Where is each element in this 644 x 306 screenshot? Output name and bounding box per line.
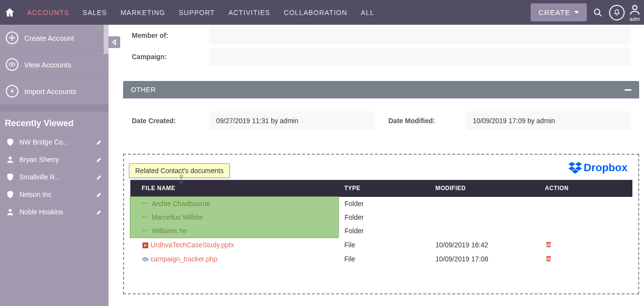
svg-point-6 [9, 209, 12, 212]
file-name[interactable]: Williams Ye [152, 227, 187, 235]
nav-collaboration[interactable]: COLLABORATION [277, 0, 354, 25]
svg-point-7 [180, 175, 183, 177]
field-campaign: Campaign: [132, 46, 630, 67]
pencil-icon[interactable] [96, 191, 103, 198]
nav-label: SALES [83, 9, 107, 16]
table-row[interactable]: Marcellus WilhiteFolder [130, 210, 632, 224]
delete-icon[interactable] [545, 256, 552, 263]
recent-item-label: Noble Hoskins [19, 208, 91, 216]
sidebar-scrollbar[interactable] [104, 25, 109, 54]
col-file-name[interactable]: FILE NAME [130, 180, 339, 197]
nav-all[interactable]: ALL [354, 0, 381, 25]
notifications-button[interactable] [609, 5, 625, 20]
file-name[interactable]: Archie Chadbourne [152, 200, 210, 208]
sidebar-action-label: Import Accounts [24, 87, 77, 96]
bell-icon [613, 9, 621, 16]
pencil-icon[interactable] [96, 174, 103, 180]
person-icon [6, 208, 15, 216]
svg-line-1 [599, 14, 601, 16]
nav-support[interactable]: SUPPORT [172, 0, 221, 25]
folder-icon [142, 228, 149, 234]
col-type[interactable]: TYPE [339, 180, 430, 197]
nav-label: MARKETING [121, 9, 165, 16]
field-label: Date Modified: [389, 117, 466, 125]
file-action [539, 238, 632, 252]
file-modified [430, 210, 539, 224]
create-label: CREATE [538, 8, 570, 16]
file-modified [430, 224, 539, 238]
recently-viewed-heading: Recently Viewed [0, 112, 109, 133]
field-value: 09/27/2019 11:31 by admin [209, 111, 374, 130]
panel-header[interactable]: OTHER [123, 81, 639, 98]
field-value[interactable] [209, 27, 630, 44]
svg-point-0 [595, 9, 600, 14]
recent-item[interactable]: Noble Hoskins [0, 203, 109, 221]
php-icon: php [142, 256, 149, 263]
field-label: Member of: [132, 32, 209, 39]
table-row[interactable]: phpcampaign_tracker.phpFile10/09/2019 17… [130, 252, 632, 266]
folder-icon [142, 215, 149, 221]
dropbox-panel: Related Contact's documents Dropbox FILE… [123, 154, 639, 294]
table-row[interactable]: Archie ChadbourneFolder [130, 197, 632, 211]
svg-text:php: php [143, 258, 147, 261]
file-name[interactable]: UrdhvaTechCaseStudy.pptx [151, 241, 235, 249]
dropbox-label: Dropbox [584, 161, 628, 174]
dropbox-icon [568, 162, 582, 174]
create-button[interactable]: CREATE [531, 3, 587, 21]
folder-icon [142, 201, 149, 207]
file-type: Folder [339, 197, 430, 211]
table-row[interactable]: Williams YeFolder [130, 224, 632, 238]
file-name[interactable]: Marcellus Wilhite [152, 213, 203, 221]
top-nav: ACCOUNTS SALES MARKETING SUPPORT ACTIVIT… [0, 0, 644, 25]
recent-item[interactable]: NW Bridge Co... [0, 133, 109, 151]
recent-item[interactable]: Smallville R... [0, 168, 109, 186]
main-content: Member of: Campaign: OTHER Date Created:… [109, 25, 644, 306]
file-action [539, 252, 632, 266]
collapse-icon[interactable] [625, 89, 631, 91]
pencil-icon[interactable] [96, 156, 103, 163]
delete-icon[interactable] [545, 242, 552, 249]
sidebar-view-accounts[interactable]: View Accounts [0, 51, 109, 78]
svg-point-5 [9, 157, 12, 160]
file-name[interactable]: campaign_tracker.php [151, 255, 218, 263]
nav-accounts[interactable]: ACCOUNTS [20, 0, 76, 25]
sidebar-import-accounts[interactable]: Import Accounts [0, 78, 109, 105]
user-menu[interactable]: adm [628, 3, 641, 22]
recent-item[interactable]: Nelson Inc [0, 186, 109, 203]
person-icon [6, 155, 15, 164]
nav-label: COLLABORATION [284, 9, 347, 16]
eye-icon [6, 58, 18, 71]
field-label: Campaign: [132, 53, 209, 61]
nav-label: SUPPORT [179, 9, 215, 16]
pptx-icon: P [142, 242, 149, 249]
nav-sales[interactable]: SALES [76, 0, 114, 25]
dropbox-logo[interactable]: Dropbox [568, 161, 628, 174]
shield-icon [6, 138, 15, 146]
chevron-down-icon [574, 11, 579, 14]
home-icon[interactable] [4, 7, 16, 18]
recent-item-label: Bryan Sherry [19, 156, 91, 163]
pencil-icon[interactable] [96, 209, 103, 215]
svg-rect-12 [546, 242, 551, 243]
file-table: FILE NAME TYPE MODIFIED ACTION Archie Ch… [130, 180, 632, 266]
col-modified[interactable]: MODIFIED [430, 180, 539, 197]
sidebar-create-account[interactable]: Create Account [0, 25, 109, 51]
recent-item[interactable]: Bryan Sherry [0, 151, 109, 168]
user-icon [628, 3, 641, 16]
triangle-left-icon [111, 39, 117, 45]
file-modified: 10/09/2019 16:42 [430, 238, 539, 252]
shield-icon [6, 173, 15, 181]
nav-marketing[interactable]: MARKETING [114, 0, 172, 25]
table-row[interactable]: PUrdhvaTechCaseStudy.pptxFile10/09/2019 … [130, 238, 632, 252]
search-icon[interactable] [593, 7, 603, 18]
col-action: ACTION [539, 180, 632, 197]
svg-rect-16 [546, 256, 551, 257]
svg-point-2 [633, 5, 637, 10]
pencil-icon[interactable] [96, 139, 103, 145]
file-action [539, 210, 632, 224]
shield-icon [6, 190, 15, 199]
file-action [539, 224, 632, 238]
nav-activities[interactable]: ACTIVITIES [221, 0, 277, 25]
field-value[interactable] [209, 48, 630, 65]
sidebar-toggle-button[interactable] [109, 36, 120, 48]
